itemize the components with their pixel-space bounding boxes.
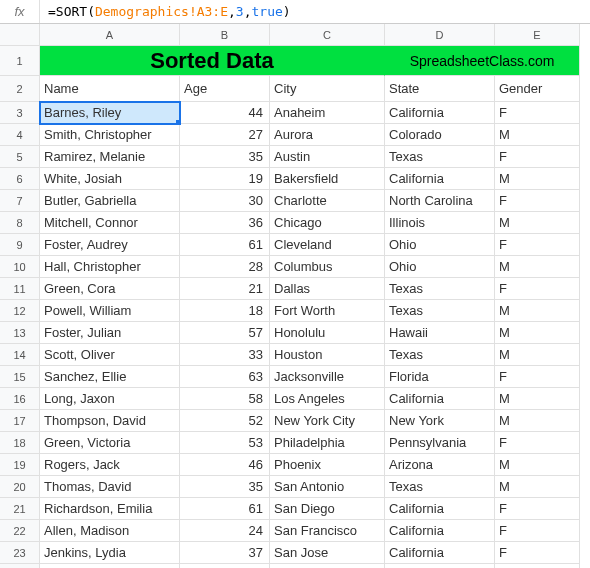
- formula-input[interactable]: =SORT(Demographics!A3:E,3,true): [40, 4, 291, 19]
- cell-name[interactable]: Sanchez, Ellie: [40, 366, 180, 388]
- cell-age[interactable]: 36: [180, 212, 270, 234]
- cell-name[interactable]: Allen, Madison: [40, 520, 180, 542]
- header-age[interactable]: Age: [180, 76, 270, 102]
- cell-city[interactable]: Columbus: [270, 256, 385, 278]
- cell-city[interactable]: Honolulu: [270, 322, 385, 344]
- row-header-1[interactable]: 1: [0, 46, 40, 76]
- cell-state[interactable]: California: [385, 168, 495, 190]
- site-cell[interactable]: SpreadsheetClass.com: [385, 46, 580, 76]
- cell-city[interactable]: Phoenix: [270, 454, 385, 476]
- cell-age[interactable]: 58: [180, 388, 270, 410]
- cell-age[interactable]: 46: [180, 454, 270, 476]
- cell-city[interactable]: San Francisco: [270, 520, 385, 542]
- cell-city[interactable]: Wichita: [270, 564, 385, 568]
- cell-gender[interactable]: F: [495, 102, 580, 124]
- cell-city[interactable]: Charlotte: [270, 190, 385, 212]
- cell-state[interactable]: California: [385, 102, 495, 124]
- cell-age[interactable]: 35: [180, 146, 270, 168]
- row-header-9[interactable]: 9: [0, 234, 40, 256]
- cell-age[interactable]: 21: [180, 278, 270, 300]
- cell-age[interactable]: 61: [180, 234, 270, 256]
- header-name[interactable]: Name: [40, 76, 180, 102]
- cell-gender[interactable]: F: [495, 234, 580, 256]
- formula-bar[interactable]: fx =SORT(Demographics!A3:E,3,true): [0, 0, 590, 24]
- cell-state[interactable]: New York: [385, 410, 495, 432]
- cell-name[interactable]: Long, Jaxon: [40, 388, 180, 410]
- row-header-17[interactable]: 17: [0, 410, 40, 432]
- cell-name[interactable]: Thompson, David: [40, 410, 180, 432]
- cell-name[interactable]: Foster, Audrey: [40, 234, 180, 256]
- row-header-14[interactable]: 14: [0, 344, 40, 366]
- col-header-B[interactable]: B: [180, 24, 270, 46]
- cell-state[interactable]: California: [385, 542, 495, 564]
- cell-state[interactable]: Colorado: [385, 124, 495, 146]
- cell-city[interactable]: San Diego: [270, 498, 385, 520]
- cell-gender[interactable]: F: [495, 146, 580, 168]
- cell-age[interactable]: 61: [180, 498, 270, 520]
- cell-gender[interactable]: F: [495, 542, 580, 564]
- row-header-4[interactable]: 4: [0, 124, 40, 146]
- cell-gender[interactable]: M: [495, 476, 580, 498]
- cell-gender[interactable]: F: [495, 366, 580, 388]
- cell-state[interactable]: Hawaii: [385, 322, 495, 344]
- row-header-21[interactable]: 21: [0, 498, 40, 520]
- row-header-22[interactable]: 22: [0, 520, 40, 542]
- cell-name[interactable]: Hall, Christopher: [40, 256, 180, 278]
- cell-state[interactable]: Texas: [385, 278, 495, 300]
- cell-city[interactable]: Aurora: [270, 124, 385, 146]
- cell-age[interactable]: 30: [180, 190, 270, 212]
- row-header-2[interactable]: 2: [0, 76, 40, 102]
- cell-gender[interactable]: F: [495, 278, 580, 300]
- cell-state[interactable]: California: [385, 498, 495, 520]
- cell-age[interactable]: 52: [180, 410, 270, 432]
- cell-state[interactable]: North Carolina: [385, 190, 495, 212]
- cell-name[interactable]: Butler, Gabriella: [40, 190, 180, 212]
- row-header-24[interactable]: 24: [0, 564, 40, 568]
- cell-gender[interactable]: M: [495, 168, 580, 190]
- cell-city[interactable]: San Jose: [270, 542, 385, 564]
- cell-age[interactable]: 24: [180, 520, 270, 542]
- header-gender[interactable]: Gender: [495, 76, 580, 102]
- cell-state[interactable]: Arizona: [385, 454, 495, 476]
- row-header-19[interactable]: 19: [0, 454, 40, 476]
- cell-state[interactable]: Pennsylvania: [385, 432, 495, 454]
- cell-age[interactable]: 28: [180, 256, 270, 278]
- cell-age[interactable]: 19: [180, 168, 270, 190]
- cell-gender[interactable]: F: [495, 564, 580, 568]
- cell-name[interactable]: Jenkins, Lydia: [40, 542, 180, 564]
- select-all-corner[interactable]: [0, 24, 40, 46]
- spreadsheet-grid[interactable]: A B C D E 1 Sorted Data SpreadsheetClass…: [0, 24, 590, 568]
- cell-age[interactable]: 27: [180, 124, 270, 146]
- cell-age[interactable]: 44: [180, 102, 270, 124]
- row-header-3[interactable]: 3: [0, 102, 40, 124]
- cell-name[interactable]: White, Josiah: [40, 168, 180, 190]
- cell-state[interactable]: Florida: [385, 366, 495, 388]
- col-header-A[interactable]: A: [40, 24, 180, 46]
- row-header-12[interactable]: 12: [0, 300, 40, 322]
- cell-city[interactable]: Houston: [270, 344, 385, 366]
- header-city[interactable]: City: [270, 76, 385, 102]
- row-header-18[interactable]: 18: [0, 432, 40, 454]
- cell-name[interactable]: Smith, Christopher: [40, 124, 180, 146]
- cell-state[interactable]: California: [385, 520, 495, 542]
- row-header-6[interactable]: 6: [0, 168, 40, 190]
- cell-age[interactable]: 63: [180, 366, 270, 388]
- cell-gender[interactable]: M: [495, 124, 580, 146]
- fx-icon[interactable]: fx: [0, 0, 40, 23]
- cell-city[interactable]: New York City: [270, 410, 385, 432]
- cell-gender[interactable]: M: [495, 410, 580, 432]
- title-cell[interactable]: Sorted Data: [40, 46, 385, 76]
- cell-gender[interactable]: M: [495, 256, 580, 278]
- cell-gender[interactable]: M: [495, 322, 580, 344]
- cell-state[interactable]: Illinois: [385, 212, 495, 234]
- cell-age[interactable]: 18: [180, 300, 270, 322]
- cell-age[interactable]: 34: [180, 564, 270, 568]
- header-state[interactable]: State: [385, 76, 495, 102]
- cell-city[interactable]: Austin: [270, 146, 385, 168]
- cell-state[interactable]: Texas: [385, 146, 495, 168]
- cell-name[interactable]: Powell, William: [40, 300, 180, 322]
- cell-gender[interactable]: M: [495, 212, 580, 234]
- cell-state[interactable]: Texas: [385, 344, 495, 366]
- row-header-8[interactable]: 8: [0, 212, 40, 234]
- col-header-C[interactable]: C: [270, 24, 385, 46]
